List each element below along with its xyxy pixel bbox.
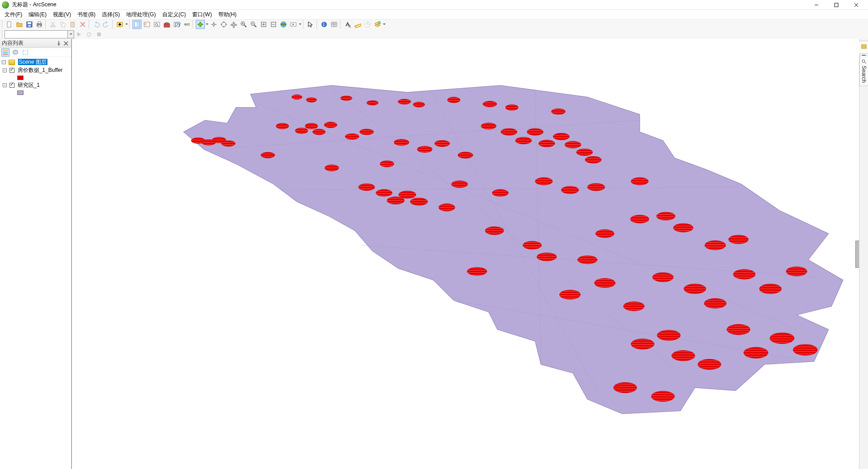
menu-help[interactable]: 帮助(H) (216, 10, 240, 19)
find-icon[interactable] (343, 20, 352, 29)
stop-icon[interactable] (94, 30, 104, 39)
list-by-drawing-order-icon[interactable] (1, 48, 9, 57)
svg-point-110 (295, 128, 308, 134)
navigate-icon[interactable] (196, 20, 205, 29)
cut-icon[interactable] (48, 20, 57, 29)
menu-selection[interactable]: 选择(S) (99, 10, 123, 19)
tree-layer-studyarea[interactable]: − 研究区_1 (2, 81, 70, 96)
animation-dropdown[interactable] (298, 23, 302, 26)
toolbox-icon[interactable] (162, 20, 171, 29)
symbol-swatch-red[interactable] (17, 76, 24, 80)
menu-customize[interactable]: 自定义(C) (160, 10, 189, 19)
layer-checkbox[interactable] (9, 68, 14, 73)
fixed-zoom-out-icon[interactable] (269, 20, 278, 29)
undo-icon[interactable] (92, 20, 101, 29)
menu-bookmarks[interactable]: 书签(B) (75, 10, 98, 19)
zoom-out-icon[interactable] (249, 20, 258, 29)
right-dock: 目录 Search (859, 39, 868, 469)
menu-windows[interactable]: 窗口(W) (189, 10, 214, 19)
add-layer-icon[interactable] (373, 20, 382, 29)
dock-tab-search[interactable]: Search (859, 56, 868, 86)
navigate-dropdown[interactable] (205, 23, 209, 26)
svg-point-118 (434, 140, 449, 147)
svg-point-97 (340, 96, 352, 100)
location-dropdown[interactable] (68, 30, 74, 38)
attribute-table-icon[interactable] (330, 20, 339, 29)
center-target-icon[interactable] (219, 20, 228, 29)
expand-icon[interactable]: − (3, 83, 7, 87)
dock-tab-catalog[interactable]: 目录 (859, 41, 868, 54)
svg-point-162 (672, 351, 695, 361)
identify-icon[interactable]: i (320, 20, 329, 29)
open-folder-icon[interactable] (15, 20, 24, 29)
svg-point-159 (786, 267, 807, 276)
toc-icon[interactable] (132, 20, 142, 29)
animation-icon[interactable] (289, 20, 298, 29)
tree-root-label[interactable]: Scene 图层 (18, 59, 47, 65)
add-data-dropdown[interactable] (125, 23, 128, 26)
refresh-icon[interactable] (85, 30, 94, 39)
menu-file[interactable]: 文件(F) (2, 10, 25, 19)
add-data-icon[interactable] (115, 20, 124, 29)
svg-point-144 (578, 256, 598, 264)
symbol-swatch-lavender[interactable] (17, 90, 24, 95)
svg-point-121 (501, 128, 517, 135)
layer-checkbox[interactable] (9, 83, 14, 88)
close-panel-icon[interactable] (63, 40, 69, 47)
menu-geoprocessing[interactable]: 地理处理(G) (123, 10, 158, 19)
add-layer-dropdown[interactable] (382, 23, 386, 26)
paste-icon[interactable] (68, 20, 77, 29)
select-arrow-icon[interactable] (306, 20, 315, 29)
search-window-icon[interactable] (152, 20, 161, 29)
copy-icon[interactable] (58, 20, 67, 29)
svg-point-113 (324, 122, 337, 128)
close-button[interactable] (846, 0, 866, 10)
minimize-button[interactable] (807, 0, 826, 10)
list-by-source-icon[interactable] (11, 48, 19, 57)
menu-view[interactable]: 视图(V) (50, 10, 74, 19)
layer-label[interactable]: 房价数据_1_Buffer (18, 67, 63, 73)
expand-icon[interactable]: − (2, 60, 6, 64)
print-icon[interactable] (35, 20, 44, 29)
pan-icon[interactable] (229, 20, 238, 29)
menu-edit[interactable]: 编辑(E) (26, 10, 49, 19)
python-window-icon[interactable]: py (172, 20, 181, 29)
layer-label[interactable]: 研究区_1 (18, 82, 40, 88)
svg-point-12 (51, 25, 52, 27)
svg-point-167 (793, 344, 817, 355)
delete-icon[interactable] (78, 20, 87, 29)
svg-point-104 (552, 109, 566, 114)
scene-canvas[interactable] (72, 39, 859, 469)
fixed-zoom-in-icon[interactable] (259, 20, 268, 29)
save-icon[interactable] (25, 20, 34, 29)
measure-icon[interactable] (353, 20, 362, 29)
toc-tree[interactable]: − Scene 图层 − 房价数据_1_Buffer − (0, 57, 71, 469)
svg-marker-79 (375, 24, 380, 27)
viewport-resize-handle[interactable] (855, 241, 859, 268)
location-input[interactable] (5, 30, 68, 38)
svg-rect-7 (28, 22, 31, 24)
time-slider-icon[interactable] (363, 20, 372, 29)
new-file-icon[interactable] (5, 20, 14, 29)
svg-rect-88 (3, 50, 8, 51)
scene-viewport[interactable] (71, 39, 859, 469)
zoom-in-icon[interactable] (239, 20, 248, 29)
tree-root[interactable]: − Scene 图层 − 房价数据_1_Buffer − (1, 58, 70, 96)
svg-rect-17 (62, 24, 65, 27)
modelbuilder-icon[interactable] (182, 20, 191, 29)
full-extent-icon[interactable] (279, 20, 288, 29)
redo-icon[interactable] (102, 20, 111, 29)
expand-icon[interactable]: − (3, 68, 7, 72)
fly-icon[interactable] (209, 20, 218, 29)
pin-icon[interactable] (56, 40, 62, 47)
svg-point-148 (674, 223, 693, 232)
svg-point-143 (537, 253, 557, 261)
tree-layer-buffer[interactable]: − 房价数据_1_Buffer (2, 66, 70, 81)
go-icon[interactable] (75, 30, 84, 39)
list-by-selection-icon[interactable] (21, 48, 29, 57)
svg-point-138 (561, 186, 579, 194)
svg-point-137 (535, 178, 553, 185)
catalog-window-icon[interactable] (142, 20, 151, 29)
toc-panel: 内容列表 − Scene 图层 − 房价数据_1 (0, 39, 71, 469)
maximize-button[interactable] (826, 0, 846, 10)
